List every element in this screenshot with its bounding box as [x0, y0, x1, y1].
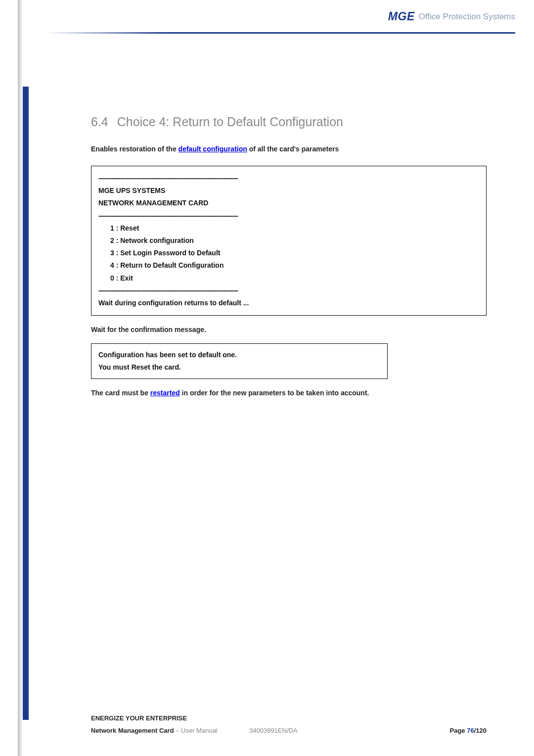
document-page: MGE Office Protection Systems 6.4Choice …: [0, 0, 534, 756]
margin-accent-bar: [23, 87, 29, 720]
mge-logo: MGE: [388, 10, 415, 23]
intro-text: Enables restoration of the default confi…: [91, 145, 487, 153]
footer-page-total: /120: [474, 727, 487, 734]
confirmation-line-1: Configuration has been set to default on…: [98, 349, 380, 361]
terminal-wait-message: Wait during configuration returns to def…: [98, 297, 479, 309]
restart-prefix: The card must be: [91, 389, 150, 397]
page-footer: ENERGIZE YOUR ENTERPRISE Network Managem…: [91, 714, 487, 734]
section-heading: 6.4Choice 4: Return to Default Configura…: [91, 115, 487, 129]
section-title: Choice 4: Return to Default Configuratio…: [117, 115, 343, 129]
terminal-menu-item: 2 : Network configuration: [98, 235, 479, 247]
confirmation-box: Configuration has been set to default on…: [91, 343, 388, 379]
footer-doc-title-bold: Network Management Card: [91, 727, 174, 734]
binding-shadow: [18, 0, 23, 756]
default-configuration-link[interactable]: default configuration: [178, 145, 247, 153]
terminal-divider: ----------------------------------------…: [98, 172, 479, 185]
restart-suffix: in order for the new parameters to be ta…: [180, 389, 369, 397]
footer-page-label: Page: [450, 727, 467, 734]
terminal-divider: ----------------------------------------…: [98, 284, 479, 297]
terminal-menu-item: 0 : Exit: [98, 272, 479, 284]
restart-instruction: The card must be restarted in order for …: [91, 389, 487, 397]
footer-doc-title-rest: – User Manual: [174, 727, 218, 734]
confirmation-line-2: You must Reset the card.: [98, 361, 380, 374]
terminal-title-1: MGE UPS SYSTEMS: [98, 185, 479, 197]
restarted-link[interactable]: restarted: [150, 389, 180, 397]
footer-meta-row: Network Management Card – User Manual 34…: [91, 727, 487, 734]
footer-doc-title: Network Management Card – User Manual: [91, 727, 218, 734]
terminal-menu-item: 3 : Set Login Password to Default: [98, 247, 479, 259]
intro-prefix: Enables restoration of the: [91, 145, 178, 153]
page-header: MGE Office Protection Systems: [388, 10, 515, 23]
terminal-title-2: NETWORK MANAGEMENT CARD: [98, 197, 479, 209]
footer-page-indicator: Page 76/120: [450, 727, 487, 734]
section-number: 6.4: [91, 115, 108, 129]
header-subtitle: Office Protection Systems: [419, 12, 515, 22]
page-content: 6.4Choice 4: Return to Default Configura…: [91, 115, 487, 407]
terminal-menu-item: 1 : Reset: [98, 222, 479, 235]
footer-doc-code: 34003991EN/DA: [249, 727, 298, 734]
terminal-divider: ----------------------------------------…: [98, 210, 479, 222]
intro-suffix: of all the card's parameters: [247, 145, 339, 153]
confirmation-prompt: Wait for the confirmation message.: [91, 326, 487, 333]
terminal-menu-item: 4 : Return to Default Configuration: [98, 259, 479, 272]
header-rule: [45, 32, 515, 34]
footer-page-current: 76: [467, 727, 474, 734]
footer-tagline: ENERGIZE YOUR ENTERPRISE: [91, 714, 487, 722]
terminal-output-box: ----------------------------------------…: [91, 166, 487, 316]
